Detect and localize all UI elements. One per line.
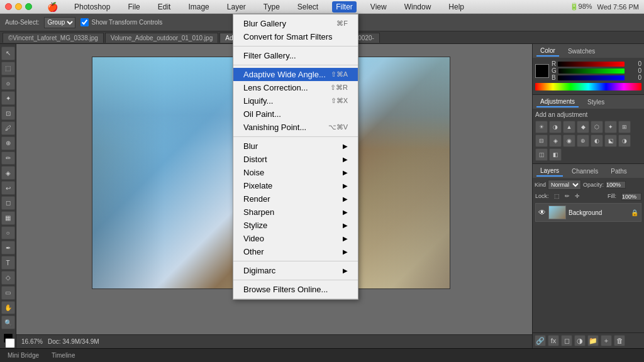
layer-background[interactable]: 👁 Background 🔒 [535, 203, 641, 222]
filter-render[interactable]: Render ▶ [233, 192, 358, 206]
filter-oil-paint[interactable]: Oil Paint... [233, 107, 358, 121]
tool-move[interactable]: ↖ [1, 47, 15, 60]
add-mask-button[interactable]: ◻ [561, 335, 572, 346]
tab-timeline[interactable]: Timeline [49, 351, 77, 360]
tab-swatches[interactable]: Swatches [564, 47, 599, 56]
add-style-button[interactable]: fx [548, 335, 559, 346]
tool-lasso[interactable]: ⌾ [1, 77, 15, 90]
menu-filter[interactable]: Filter [332, 1, 357, 13]
filter-lens-correction[interactable]: Lens Correction... ⇧⌘R [233, 81, 358, 94]
menu-window[interactable]: Window [401, 1, 435, 13]
filter-distort[interactable]: Distort ▶ [233, 153, 358, 166]
tool-crop[interactable]: ⊡ [1, 106, 15, 120]
minimize-button[interactable] [15, 3, 22, 10]
adj-threshold[interactable]: ◑ [618, 134, 631, 147]
channel-r-bar[interactable] [558, 62, 625, 67]
apple-menu[interactable]: 🍎 [47, 2, 58, 12]
transform-controls-toggle[interactable]: Show Transform Controls [80, 18, 162, 26]
menu-edit[interactable]: Edit [154, 1, 175, 13]
menu-image[interactable]: Image [184, 1, 213, 13]
lock-transparent[interactable]: ⬚ [554, 193, 560, 200]
auto-select-dropdown[interactable]: Group Layer [44, 17, 75, 28]
foreground-swatch[interactable] [535, 64, 549, 78]
tab-adjustments[interactable]: Adjustments [536, 97, 579, 107]
tab-color[interactable]: Color [536, 46, 559, 57]
menu-view[interactable]: View [367, 1, 391, 13]
tool-shape[interactable]: ▭ [1, 286, 15, 300]
lock-position[interactable]: ✛ [575, 193, 580, 200]
adj-channelmixer[interactable]: ◉ [563, 134, 575, 147]
tab-paths[interactable]: Paths [607, 167, 631, 176]
fill-input[interactable] [621, 193, 641, 200]
tool-dodge[interactable]: ○ [1, 226, 15, 240]
tab-volume[interactable]: Volume_Adobe_outdoor_01_010.jpg [105, 33, 218, 43]
tab-mini-bridge[interactable]: Mini Bridge [5, 351, 42, 360]
menu-help[interactable]: Help [445, 1, 468, 13]
adj-posterize[interactable]: ⬕ [604, 134, 617, 147]
tool-stamp[interactable]: ◈ [1, 166, 15, 180]
tab-styles[interactable]: Styles [584, 97, 608, 107]
filter-pixelate[interactable]: Pixelate ▶ [233, 179, 358, 192]
filter-blur[interactable]: Blur ▶ [233, 140, 358, 153]
filter-digimarc[interactable]: Digimarc ▶ [233, 264, 358, 277]
adj-photofilter[interactable]: ◈ [549, 134, 562, 147]
menu-file[interactable]: File [124, 1, 143, 13]
adj-selective-color[interactable]: ◧ [549, 148, 562, 161]
menu-layer[interactable]: Layer [223, 1, 250, 13]
filter-sharpen[interactable]: Sharpen ▶ [233, 206, 358, 219]
tool-hand[interactable]: ✋ [1, 301, 15, 315]
tool-pen[interactable]: ✒ [1, 241, 15, 255]
link-layers-button[interactable]: 🔗 [535, 335, 546, 346]
filter-other[interactable]: Other ▶ [233, 245, 358, 258]
maximize-button[interactable] [25, 3, 32, 10]
tool-select[interactable]: ⬚ [1, 62, 15, 75]
filter-vanishing-point[interactable]: Vanishing Point... ⌥⌘V [233, 121, 358, 134]
channel-b-bar[interactable] [558, 75, 625, 80]
adj-colorlookup[interactable]: ⊕ [577, 134, 589, 147]
spectrum-bar[interactable] [535, 83, 641, 90]
tool-type[interactable]: T [1, 256, 15, 270]
background-color[interactable] [5, 338, 15, 348]
adj-invert[interactable]: ◐ [591, 134, 603, 147]
opacity-input[interactable] [606, 181, 626, 189]
layer-visibility-icon[interactable]: 👁 [538, 208, 546, 217]
filter-noise[interactable]: Noise ▶ [233, 166, 358, 179]
adj-colorbalance[interactable]: ⊞ [618, 121, 631, 133]
filter-blur-gallery[interactable]: Blur Gallery ⌘F [233, 17, 358, 30]
adj-blackwhite[interactable]: ⊟ [535, 134, 548, 147]
tab-channels[interactable]: Channels [568, 167, 602, 176]
tab-layers[interactable]: Layers [536, 166, 563, 177]
tool-heal[interactable]: ⊕ [1, 136, 15, 150]
channel-g-bar[interactable] [558, 69, 625, 74]
new-fill-button[interactable]: ◑ [574, 335, 586, 346]
adj-curves[interactable]: ▲ [563, 121, 575, 133]
filter-video[interactable]: Video ▶ [233, 232, 358, 245]
tool-eraser[interactable]: ◻ [1, 196, 15, 210]
tool-zoom[interactable]: 🔍 [1, 315, 15, 329]
adj-saturation[interactable]: ✦ [604, 121, 617, 133]
filter-gallery[interactable]: Filter Gallery... [233, 49, 358, 62]
tool-path[interactable]: ◇ [1, 271, 15, 285]
filter-adaptive-wide-angle[interactable]: Adaptive Wide Angle... ⇧⌘A [233, 68, 358, 81]
adj-gradient-map[interactable]: ◫ [535, 148, 548, 161]
new-group-button[interactable]: 📁 [587, 335, 599, 346]
close-button[interactable] [5, 3, 12, 10]
menu-photoshop[interactable]: Photoshop [70, 1, 114, 13]
filter-liquify[interactable]: Liquify... ⇧⌘X [233, 94, 358, 107]
delete-layer-button[interactable]: 🗑 [614, 335, 625, 346]
lock-image[interactable]: ✏ [565, 193, 570, 200]
tool-brush[interactable]: ✏ [1, 151, 15, 165]
tool-eyedropper[interactable]: 🖊 [1, 121, 15, 135]
tool-gradient[interactable]: ▦ [1, 211, 15, 225]
adj-brightness[interactable]: ☀ [535, 121, 548, 133]
new-layer-button[interactable]: + [601, 335, 612, 346]
tool-wand[interactable]: ✦ [1, 91, 15, 105]
adj-exposure[interactable]: ◆ [577, 121, 589, 133]
adj-hue[interactable]: ⬡ [591, 121, 603, 133]
menu-select[interactable]: Select [294, 1, 322, 13]
filter-convert-smart[interactable]: Convert for Smart Filters [233, 30, 358, 43]
blend-mode-dropdown[interactable]: Normal Multiply Screen [548, 180, 581, 190]
adj-levels[interactable]: ◑ [549, 121, 562, 133]
tab-vincent[interactable]: ©Vincent_Laforet_MG_0338.jpg [3, 33, 104, 43]
menu-type[interactable]: Type [260, 1, 284, 13]
